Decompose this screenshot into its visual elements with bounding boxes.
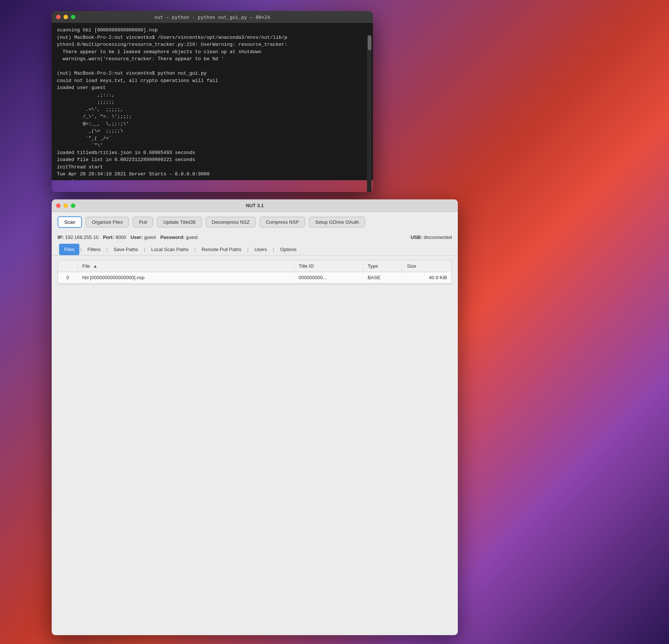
ip-label: IP: — [58, 234, 64, 240]
nut-maximize-button[interactable] — [71, 203, 75, 208]
table-divider — [58, 283, 452, 284]
row-0-type: BASE — [363, 272, 402, 283]
ip-value: 192.168.255.10 — [65, 234, 98, 240]
nut-window-title: NUT 3.1 — [246, 203, 264, 208]
tab-local-scan-paths[interactable]: Local Scan Paths — [146, 244, 194, 255]
password-value: guest — [186, 234, 198, 240]
col-header-type[interactable]: Type — [363, 260, 402, 272]
col-header-size[interactable]: Size — [402, 260, 452, 272]
tab-options[interactable]: Options — [275, 244, 302, 255]
tab-save-paths[interactable]: Save Paths — [109, 244, 144, 255]
nut-tabs: Files | Filters | Save Paths | Local Sca… — [52, 244, 458, 256]
update-titledb-button[interactable]: Update TitleDB — [157, 217, 202, 227]
pull-button[interactable]: Pull — [133, 217, 153, 227]
col-header-titleid[interactable]: Title ID — [294, 260, 363, 272]
nut-status-bar: IP: 192.168.255.10 Port: 9000 User: gues… — [52, 232, 458, 244]
tab-files[interactable]: Files — [59, 244, 79, 255]
tab-sep-5: | — [247, 247, 249, 252]
nut-window-controls — [56, 203, 75, 208]
decompress-nsz-button[interactable]: Decompress NSZ — [206, 217, 256, 227]
tab-filters[interactable]: Filters — [82, 244, 106, 255]
row-0-titleid: 000000000... — [294, 272, 363, 283]
password-label: Password: — [160, 234, 185, 240]
usb-value: disconnected — [423, 234, 452, 240]
setup-gdrive-button[interactable]: Setup GDrive OAuth — [309, 217, 366, 227]
files-table: File ▲ Title ID Type Size 0 hbl [0000000… — [58, 260, 452, 284]
scan-button[interactable]: Scan — [58, 216, 82, 228]
user-value: guest — [144, 234, 156, 240]
port-value: 9000 — [116, 234, 126, 240]
nut-window: NUT 3.1 Scan Organize Files Pull Update … — [52, 199, 458, 635]
terminal-titlebar: nut — python · python nut_gui.py — 80×24 — [52, 11, 373, 23]
col-header-file[interactable]: File ▲ — [78, 260, 294, 272]
usb-status: USB: disconnected — [411, 234, 452, 240]
tab-remote-pull-paths[interactable]: Remote Pull Paths — [196, 244, 247, 255]
nut-toolbar: Scan Organize Files Pull Update TitleDB … — [52, 212, 458, 232]
organize-files-button[interactable]: Organize Files — [86, 217, 129, 227]
nut-minimize-button[interactable] — [64, 203, 68, 208]
sort-icon: ▲ — [93, 263, 97, 269]
row-0-file: hbl [0000000000000000].nsp — [78, 272, 294, 283]
table-row[interactable]: 0 hbl [0000000000000000].nsp 000000000..… — [58, 272, 452, 283]
terminal-scrollbar[interactable] — [367, 35, 371, 192]
terminal-close-button[interactable] — [56, 15, 61, 19]
terminal-title: nut — python · python nut_gui.py — 80×24 — [154, 14, 270, 20]
tab-users[interactable]: Users — [249, 244, 272, 255]
terminal-minimize-button[interactable] — [64, 15, 68, 19]
status-left: IP: 192.168.255.10 Port: 9000 User: gues… — [58, 234, 202, 240]
files-table-container: File ▲ Title ID Type Size 0 hbl [0000000… — [58, 260, 452, 285]
user-label: User: — [131, 234, 143, 240]
tab-sep-1: | — [79, 247, 82, 252]
table-header-row: File ▲ Title ID Type Size — [58, 260, 452, 272]
terminal-maximize-button[interactable] — [71, 15, 75, 19]
row-0-num: 0 — [58, 272, 78, 283]
row-0-size: 40.9 KiB — [402, 272, 452, 283]
port-label: Port: — [103, 234, 114, 240]
terminal-body[interactable]: scanning hbl [0000000000000000].nsp (nut… — [52, 23, 373, 180]
tab-sep-2: | — [106, 247, 108, 252]
usb-label: USB: — [411, 234, 422, 240]
nut-titlebar: NUT 3.1 — [52, 199, 458, 212]
col-header-num — [58, 260, 78, 272]
compress-nsp-button[interactable]: Compress NSP — [260, 217, 305, 227]
tab-sep-6: | — [272, 247, 275, 252]
tab-sep-3: | — [143, 247, 146, 252]
tab-sep-4: | — [194, 247, 196, 252]
terminal-window: nut — python · python nut_gui.py — 80×24… — [52, 11, 373, 192]
terminal-scroll-thumb[interactable] — [368, 35, 371, 50]
nut-close-button[interactable] — [56, 203, 61, 208]
